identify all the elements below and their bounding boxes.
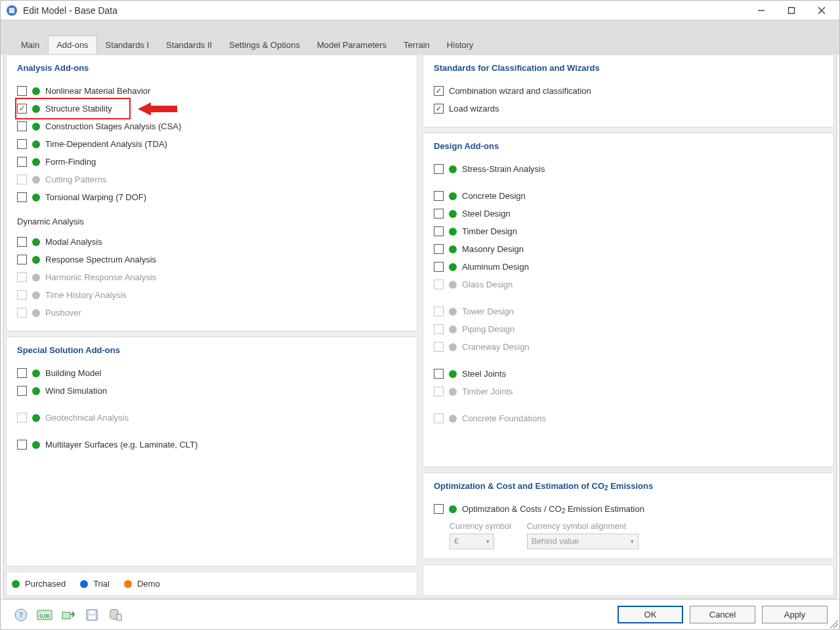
legend-dot-trial bbox=[80, 580, 88, 588]
close-button[interactable] bbox=[807, 1, 837, 20]
checkbox[interactable] bbox=[434, 369, 444, 379]
checkbox[interactable] bbox=[17, 121, 27, 131]
addon-label: Timber Design bbox=[462, 226, 517, 236]
checkbox bbox=[434, 324, 444, 334]
cancel-button[interactable]: Cancel bbox=[690, 606, 755, 623]
heading-dynamic-analysis: Dynamic Analysis bbox=[17, 217, 406, 226]
status-dot bbox=[449, 210, 457, 218]
ok-button[interactable]: OK bbox=[618, 606, 683, 623]
status-dot bbox=[449, 263, 457, 271]
legend-label-trial: Trial bbox=[93, 579, 110, 589]
panel-special-addons: Special Solution Add-ons Building ModelW… bbox=[6, 337, 417, 566]
checkbox[interactable] bbox=[434, 209, 444, 219]
addon-label: Time-Dependent Analysis (TDA) bbox=[45, 139, 167, 149]
tab-terrain[interactable]: Terrain bbox=[395, 35, 438, 54]
status-dot bbox=[32, 176, 40, 184]
apply-button[interactable]: Apply bbox=[762, 606, 828, 623]
addon-row[interactable]: Torsional Warping (7 DOF) bbox=[17, 188, 406, 206]
addon-row-optimization[interactable]: Optimization & Costs / CO2 Emission Esti… bbox=[434, 500, 823, 518]
addon-row[interactable]: Form-Finding bbox=[17, 153, 406, 171]
panel-standards: Standards for Classification and Wizards… bbox=[423, 54, 834, 127]
checkbox[interactable] bbox=[17, 192, 27, 202]
select-currency-symbol[interactable]: €▾ bbox=[450, 534, 494, 549]
checkbox[interactable] bbox=[17, 157, 27, 167]
minimize-button[interactable] bbox=[746, 1, 776, 20]
addon-row: Cutting Patterns bbox=[17, 171, 406, 188]
checkbox bbox=[434, 413, 444, 423]
checkbox[interactable] bbox=[434, 164, 444, 174]
addon-row[interactable]: Building Model bbox=[17, 364, 406, 382]
addon-row[interactable]: Wind Simulation bbox=[17, 382, 406, 400]
addon-row[interactable]: Construction Stages Analysis (CSA) bbox=[17, 117, 406, 135]
addon-row[interactable]: Steel Joints bbox=[434, 365, 823, 383]
database-icon[interactable] bbox=[107, 606, 124, 623]
addon-label: Harmonic Response Analysis bbox=[45, 272, 156, 282]
select-currency-align[interactable]: Behind value▾ bbox=[527, 534, 639, 549]
tab-standards-i[interactable]: Standards I bbox=[97, 35, 158, 54]
addon-row[interactable]: Multilayer Surfaces (e.g. Laminate, CLT) bbox=[17, 436, 406, 453]
addon-row[interactable]: Aluminum Design bbox=[434, 258, 823, 276]
checkbox[interactable] bbox=[434, 86, 444, 96]
checkbox[interactable] bbox=[434, 262, 444, 272]
tab-settings-options[interactable]: Settings & Options bbox=[220, 35, 308, 54]
addon-row[interactable]: Response Spectrum Analysis bbox=[17, 251, 406, 268]
checkbox[interactable] bbox=[434, 504, 444, 514]
legend-dot-demo bbox=[124, 580, 132, 588]
save-icon[interactable] bbox=[83, 606, 100, 623]
checkbox[interactable] bbox=[17, 255, 27, 264]
maximize-button[interactable] bbox=[776, 1, 807, 20]
svg-text:?: ? bbox=[19, 610, 22, 620]
checkbox[interactable] bbox=[17, 386, 27, 396]
transfer-icon[interactable] bbox=[60, 606, 77, 623]
addon-row[interactable]: Combination wizard and classification bbox=[434, 82, 823, 100]
checkbox[interactable] bbox=[17, 104, 27, 114]
addon-row: Glass Design bbox=[434, 276, 823, 293]
tab-model-parameters[interactable]: Model Parameters bbox=[308, 35, 395, 54]
tab-history[interactable]: History bbox=[438, 35, 482, 54]
addon-label: Pushover bbox=[45, 308, 81, 318]
addon-row[interactable]: Timber Design bbox=[434, 222, 823, 240]
checkbox[interactable] bbox=[17, 440, 27, 450]
checkbox[interactable] bbox=[17, 139, 27, 149]
svg-rect-13 bbox=[89, 610, 94, 614]
checkbox[interactable] bbox=[434, 226, 444, 236]
help-icon[interactable]: ? bbox=[12, 606, 30, 623]
checkbox bbox=[17, 290, 27, 300]
addon-label: Concrete Foundations bbox=[462, 413, 546, 423]
addon-row[interactable]: Steel Design bbox=[434, 205, 823, 222]
checkbox bbox=[17, 175, 27, 184]
heading-analysis-addons: Analysis Add-ons bbox=[17, 63, 406, 73]
addon-row[interactable]: Time-Dependent Analysis (TDA) bbox=[17, 135, 406, 153]
tab-main[interactable]: Main bbox=[12, 35, 48, 54]
addon-row[interactable]: Concrete Design bbox=[434, 187, 823, 205]
tabstrip: MainAdd-onsStandards IStandards IISettin… bbox=[1, 20, 839, 54]
addon-row[interactable]: Stress-Strain Analysis bbox=[434, 160, 823, 178]
addon-label: Nonlinear Material Behavior bbox=[45, 86, 150, 96]
addon-label: Cutting Patterns bbox=[45, 175, 106, 184]
addon-row[interactable]: Modal Analysis bbox=[17, 233, 406, 251]
addon-row[interactable]: Load wizards bbox=[434, 100, 823, 117]
checkbox[interactable] bbox=[434, 191, 444, 201]
checkbox[interactable] bbox=[434, 244, 444, 254]
checkbox[interactable] bbox=[17, 86, 27, 96]
checkbox[interactable] bbox=[17, 237, 27, 247]
addon-row: Geotechnical Analysis bbox=[17, 409, 406, 427]
tab-standards-ii[interactable]: Standards II bbox=[158, 35, 220, 54]
status-dot bbox=[32, 194, 40, 201]
checkbox[interactable] bbox=[434, 104, 444, 114]
status-dot bbox=[32, 274, 40, 282]
checkbox[interactable] bbox=[17, 368, 27, 378]
addon-row[interactable]: Nonlinear Material Behavior bbox=[17, 82, 406, 100]
addon-label: Steel Design bbox=[462, 209, 511, 219]
arrow-annotation bbox=[138, 101, 178, 119]
svg-text:0,00: 0,00 bbox=[39, 613, 50, 619]
status-dot bbox=[32, 105, 40, 113]
addon-row: Time History Analysis bbox=[17, 286, 406, 304]
addon-row[interactable]: Masonry Design bbox=[434, 240, 823, 258]
svg-rect-14 bbox=[89, 616, 95, 620]
heading-optimization: Optimization & Cost and Estimation of CO… bbox=[434, 481, 823, 491]
units-icon[interactable]: 0,00 bbox=[36, 606, 53, 623]
addon-row[interactable]: Structure Stability bbox=[17, 100, 129, 117]
tab-add-ons[interactable]: Add-ons bbox=[48, 35, 96, 54]
resize-grip[interactable] bbox=[830, 620, 838, 628]
